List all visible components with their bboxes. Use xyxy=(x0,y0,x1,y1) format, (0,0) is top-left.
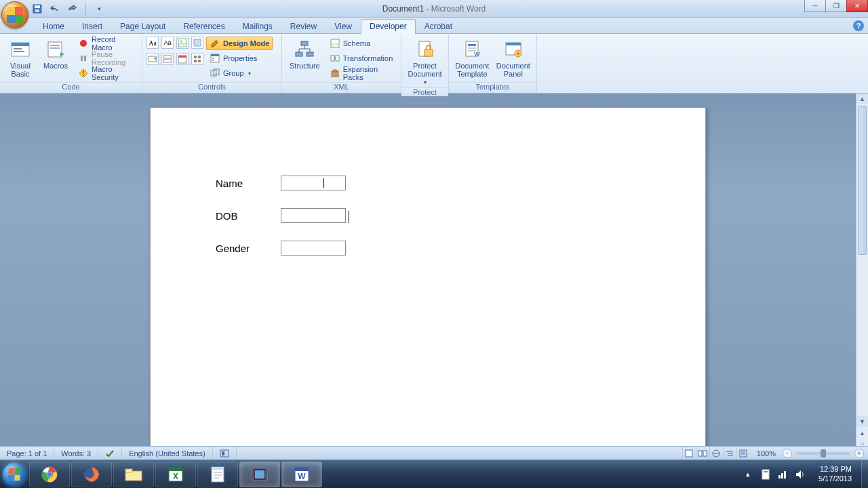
tab-developer[interactable]: Developer xyxy=(361,19,416,34)
group-button[interactable]: Group ▾ xyxy=(206,66,273,80)
insert-mode-icon[interactable] xyxy=(213,447,237,460)
building-block-control-icon[interactable] xyxy=(191,37,203,49)
zoom-out-button[interactable]: − xyxy=(783,449,792,458)
svg-rect-96 xyxy=(295,468,309,471)
zoom-level[interactable]: 100% xyxy=(750,447,783,460)
schema-label: Schema xyxy=(343,39,370,47)
tray-expand-icon[interactable]: ▴ xyxy=(743,469,753,480)
macros-button[interactable]: Macros xyxy=(39,37,72,72)
minimize-button[interactable]: ─ xyxy=(804,0,826,12)
network-icon[interactable] xyxy=(778,469,789,480)
windows-logo-icon xyxy=(7,468,21,481)
tab-mailings[interactable]: Mailings xyxy=(234,19,281,34)
form-row-dob: DOB xyxy=(216,208,640,223)
web-layout-view-icon[interactable] xyxy=(709,447,723,460)
dob-field[interactable] xyxy=(281,208,346,223)
document-template-icon: W xyxy=(461,39,483,60)
svg-rect-1 xyxy=(35,5,40,8)
svg-rect-94 xyxy=(255,470,264,479)
pause-recording-button[interactable]: Pause Recording xyxy=(75,52,138,65)
form-row-name: Name xyxy=(216,176,640,190)
volume-icon[interactable] xyxy=(795,469,806,480)
vertical-scrollbar[interactable]: ▲ ▼ ▴ ○ ▾ xyxy=(856,94,868,460)
tab-acrobat[interactable]: Acrobat xyxy=(416,19,461,34)
action-center-icon[interactable] xyxy=(760,469,771,480)
outline-view-icon[interactable] xyxy=(723,447,736,460)
show-desktop-button[interactable] xyxy=(861,460,868,489)
qat-customize-icon[interactable]: ▾ xyxy=(93,3,105,15)
undo-icon[interactable] xyxy=(49,3,61,15)
scroll-thumb[interactable] xyxy=(858,106,867,255)
combo-box-control-icon[interactable] xyxy=(146,53,159,65)
tab-review[interactable]: Review xyxy=(281,19,326,34)
help-icon[interactable]: ? xyxy=(853,20,864,31)
tab-insert[interactable]: Insert xyxy=(73,19,111,34)
record-macro-button[interactable]: Record Macro xyxy=(75,37,138,50)
status-bar: Page: 1 of 1 Words: 3 English (United St… xyxy=(0,446,868,460)
visual-basic-button[interactable]: Visual Basic xyxy=(4,37,37,80)
document-area: Name DOB Gender ▲ ▼ ▴ ○ ▾ xyxy=(0,94,868,460)
redo-icon[interactable] xyxy=(66,3,79,15)
taskbar-firefox[interactable] xyxy=(71,462,112,487)
expansion-packs-button[interactable]: Expansion Packs xyxy=(326,66,397,80)
gender-field[interactable] xyxy=(281,241,346,256)
page-status[interactable]: Page: 1 of 1 xyxy=(0,447,54,460)
scroll-down-icon[interactable]: ▼ xyxy=(856,416,868,427)
word-count[interactable]: Words: 3 xyxy=(54,447,98,460)
date-picker-control-icon[interactable] xyxy=(176,53,189,65)
taskbar-notepad[interactable] xyxy=(197,462,238,487)
transformation-button[interactable]: Transformation xyxy=(326,52,397,65)
document-scroll[interactable]: Name DOB Gender xyxy=(0,94,856,460)
zoom-slider[interactable] xyxy=(796,452,850,455)
taskbar-excel[interactable]: X xyxy=(155,462,196,487)
svg-rect-55 xyxy=(468,47,476,49)
legacy-tools-icon[interactable] xyxy=(191,53,203,65)
system-tray: ▴ 12:39 PM 5/17/2013 xyxy=(738,465,861,483)
tab-page-layout[interactable]: Page Layout xyxy=(111,19,174,34)
svg-rect-27 xyxy=(194,60,197,62)
tab-references[interactable]: References xyxy=(174,19,233,34)
design-mode-button[interactable]: Design Mode xyxy=(206,37,273,50)
zoom-slider-thumb[interactable] xyxy=(821,449,826,458)
zoom-in-button[interactable]: + xyxy=(854,449,864,458)
taskbar-media[interactable] xyxy=(239,462,280,487)
taskbar-chrome[interactable] xyxy=(29,462,70,487)
office-button[interactable] xyxy=(1,1,28,28)
svg-rect-34 xyxy=(212,60,214,61)
plain-text-control-icon[interactable]: Aa xyxy=(161,37,174,49)
tab-home[interactable]: Home xyxy=(34,19,73,34)
document-panel-button[interactable]: Document Panel xyxy=(494,37,533,80)
schema-button[interactable]: <> Schema xyxy=(326,37,397,50)
prev-page-icon[interactable]: ▴ xyxy=(856,427,868,438)
rich-text-control-icon[interactable]: Aa xyxy=(146,37,159,49)
start-button[interactable] xyxy=(0,460,28,489)
dropdown-list-control-icon[interactable] xyxy=(161,53,174,65)
maximize-button[interactable]: ❐ xyxy=(825,0,847,12)
macro-security-button[interactable]: ! Macro Security xyxy=(75,66,138,80)
save-icon[interactable] xyxy=(31,3,43,15)
svg-rect-101 xyxy=(781,473,783,479)
taskbar-explorer[interactable] xyxy=(113,462,154,487)
structure-button[interactable]: Structure xyxy=(286,37,323,72)
language-status[interactable]: English (United States) xyxy=(122,447,213,460)
transformation-label: Transformation xyxy=(343,54,393,62)
picture-control-icon[interactable] xyxy=(176,37,189,49)
document-template-button[interactable]: W Document Template xyxy=(453,37,492,80)
document-page[interactable]: Name DOB Gender xyxy=(150,107,706,460)
protect-document-button[interactable]: Protect Document ▾ xyxy=(406,37,444,87)
svg-marker-10 xyxy=(60,52,64,56)
close-button[interactable]: ✕ xyxy=(846,0,868,12)
taskbar-word[interactable]: W xyxy=(281,462,322,487)
chevron-down-icon: ▾ xyxy=(248,70,251,77)
full-screen-reading-view-icon[interactable] xyxy=(696,447,709,460)
properties-button[interactable]: Properties xyxy=(206,52,273,65)
print-layout-view-icon[interactable] xyxy=(682,447,696,460)
draft-view-icon[interactable] xyxy=(736,447,750,460)
name-field[interactable] xyxy=(281,176,346,190)
svg-rect-87 xyxy=(212,467,224,470)
spell-check-icon[interactable] xyxy=(98,447,122,460)
scroll-up-icon[interactable]: ▲ xyxy=(856,94,868,104)
svg-rect-84 xyxy=(169,468,182,471)
tab-view[interactable]: View xyxy=(326,19,361,34)
taskbar-clock[interactable]: 12:39 PM 5/17/2013 xyxy=(813,465,857,483)
